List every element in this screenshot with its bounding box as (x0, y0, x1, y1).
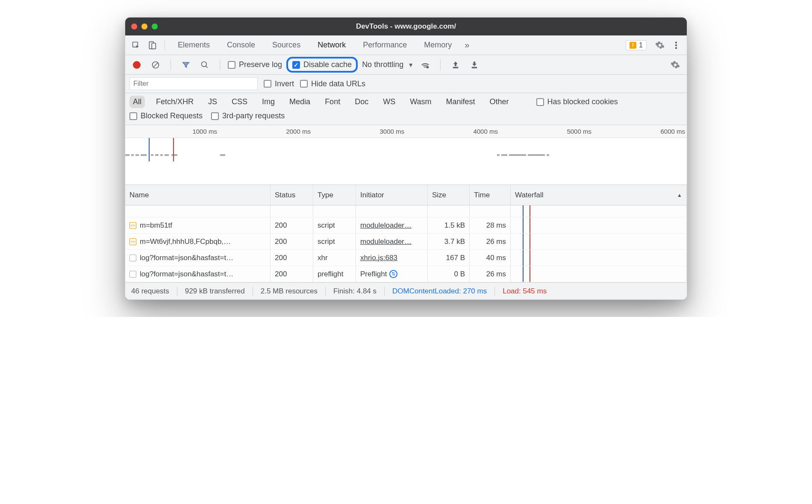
tab-memory[interactable]: Memory (416, 35, 459, 55)
import-har-icon[interactable] (448, 58, 463, 72)
type-filter-other[interactable]: Other (486, 96, 512, 108)
more-tabs-button[interactable]: » (461, 35, 473, 55)
type-filter-all[interactable]: All (129, 96, 145, 108)
preflight-icon: ⇅ (389, 270, 397, 278)
type-filter-media[interactable]: Media (286, 96, 314, 108)
initiator-link[interactable]: moduleloader… (360, 237, 412, 246)
cell-status: 200 (271, 266, 313, 282)
col-status[interactable]: Status (271, 185, 313, 205)
col-name[interactable]: Name (125, 185, 271, 205)
kebab-menu-icon[interactable] (669, 38, 683, 53)
tab-performance[interactable]: Performance (355, 35, 415, 55)
device-toolbar-icon[interactable] (145, 38, 159, 53)
type-filter-js[interactable]: JS (205, 96, 221, 108)
cell-name: log?format=json&hasfast=t… (125, 266, 271, 282)
issues-badge[interactable]: ! 1 (626, 40, 647, 50)
issues-count: 1 (639, 41, 643, 49)
tab-network[interactable]: Network (310, 35, 353, 55)
type-filter-doc[interactable]: Doc (351, 96, 372, 108)
status-dcl: DOMContentLoaded: 270 ms (392, 287, 487, 296)
minimize-window-button[interactable] (141, 23, 147, 29)
tab-elements[interactable]: Elements (170, 35, 218, 55)
svg-point-7 (202, 62, 207, 67)
tab-sources[interactable]: Sources (265, 35, 308, 55)
cell-size: 167 B (428, 250, 470, 266)
devtools-window: DevTools - www.google.com/ Elements Cons… (125, 17, 687, 300)
status-resources: 2.5 MB resources (261, 287, 318, 296)
throttling-select[interactable]: No throttling ▼ (362, 60, 414, 69)
filter-input[interactable] (129, 77, 258, 90)
filter-toggle-icon[interactable] (179, 58, 193, 72)
status-transferred: 929 kB transferred (185, 287, 245, 296)
divider (165, 40, 165, 51)
cell-size: 3.7 kB (428, 234, 470, 249)
checkbox-icon (292, 61, 300, 69)
tick-label: 1000 ms (192, 128, 217, 135)
maximize-window-button[interactable] (152, 23, 158, 29)
script-file-icon: <> (129, 238, 136, 245)
invert-label: Invert (275, 79, 294, 88)
checkbox-icon (536, 98, 544, 106)
invert-checkbox[interactable]: Invert (264, 79, 294, 88)
svg-point-8 (427, 66, 429, 68)
cell-waterfall (511, 234, 687, 249)
close-window-button[interactable] (131, 23, 137, 29)
type-filter-font[interactable]: Font (321, 96, 344, 108)
type-filter-img[interactable]: Img (259, 96, 278, 108)
type-filters: All Fetch/XHR JS CSS Img Media Font Doc … (125, 93, 687, 109)
tick-label: 2000 ms (286, 128, 311, 135)
type-filter-wasm[interactable]: Wasm (406, 96, 435, 108)
col-initiator[interactable]: Initiator (356, 185, 428, 205)
preserve-log-label: Preserve log (239, 60, 282, 69)
svg-rect-2 (152, 43, 156, 49)
disable-cache-checkbox[interactable]: Disable cache (292, 60, 352, 69)
inspect-element-icon[interactable] (129, 38, 143, 53)
timeline-overview[interactable]: 1000 ms 2000 ms 3000 ms 4000 ms 5000 ms … (125, 125, 687, 185)
type-filter-manifest[interactable]: Manifest (443, 96, 479, 108)
status-load: Load: 545 ms (503, 287, 547, 296)
checkbox-icon (300, 80, 308, 88)
export-har-icon[interactable] (467, 58, 482, 72)
type-filter-fetch-xhr[interactable]: Fetch/XHR (153, 96, 197, 108)
load-line (530, 250, 530, 266)
type-filter-ws[interactable]: WS (380, 96, 399, 108)
network-conditions-icon[interactable] (418, 58, 432, 72)
type-filter-css[interactable]: CSS (228, 96, 251, 108)
settings-gear-icon[interactable] (653, 38, 667, 53)
divider (171, 59, 171, 70)
table-row[interactable]: log?format=json&hasfast=t…200xhrxhrio.js… (125, 250, 687, 266)
svg-point-5 (675, 47, 677, 49)
search-icon[interactable] (197, 58, 212, 72)
cell-time: 26 ms (470, 266, 511, 282)
col-size[interactable]: Size (428, 185, 470, 205)
status-requests: 46 requests (131, 287, 169, 296)
record-button[interactable] (129, 58, 144, 72)
network-toolbar: Preserve log Disable cache No throttling… (125, 55, 687, 75)
has-blocked-cookies-label: Has blocked cookies (547, 97, 618, 106)
cell-type: script (313, 234, 356, 249)
hide-data-urls-checkbox[interactable]: Hide data URLs (300, 79, 365, 88)
cell-type: script (313, 217, 356, 233)
cell-initiator: moduleloader… (356, 234, 428, 249)
svg-rect-9 (453, 67, 458, 68)
load-line (530, 266, 530, 282)
table-row[interactable]: <>m=bm51tf200scriptmoduleloader…1.5 kB28… (125, 217, 687, 234)
tab-console[interactable]: Console (219, 35, 263, 55)
clear-button[interactable] (148, 58, 163, 72)
third-party-checkbox[interactable]: 3rd-party requests (211, 111, 285, 120)
col-time[interactable]: Time (470, 185, 511, 205)
titlebar: DevTools - www.google.com/ (125, 18, 687, 35)
has-blocked-cookies-checkbox[interactable]: Has blocked cookies (536, 97, 618, 106)
network-settings-gear-icon[interactable] (668, 58, 683, 72)
timeline-body (125, 138, 687, 185)
blocked-requests-checkbox[interactable]: Blocked Requests (129, 111, 203, 120)
preserve-log-checkbox[interactable]: Preserve log (228, 60, 282, 69)
cell-name: log?format=json&hasfast=t… (125, 250, 271, 266)
table-row[interactable]: log?format=json&hasfast=t…200preflightPr… (125, 266, 687, 282)
col-type[interactable]: Type (313, 185, 356, 205)
col-waterfall[interactable]: Waterfall ▲ (511, 185, 687, 205)
table-row[interactable]: <>m=Wt6vjf,hhhU8,FCpbqb,…200scriptmodule… (125, 234, 687, 250)
initiator-link[interactable]: xhrio.js:683 (360, 254, 397, 262)
checkbox-icon (129, 112, 137, 120)
initiator-link[interactable]: moduleloader… (360, 221, 412, 230)
